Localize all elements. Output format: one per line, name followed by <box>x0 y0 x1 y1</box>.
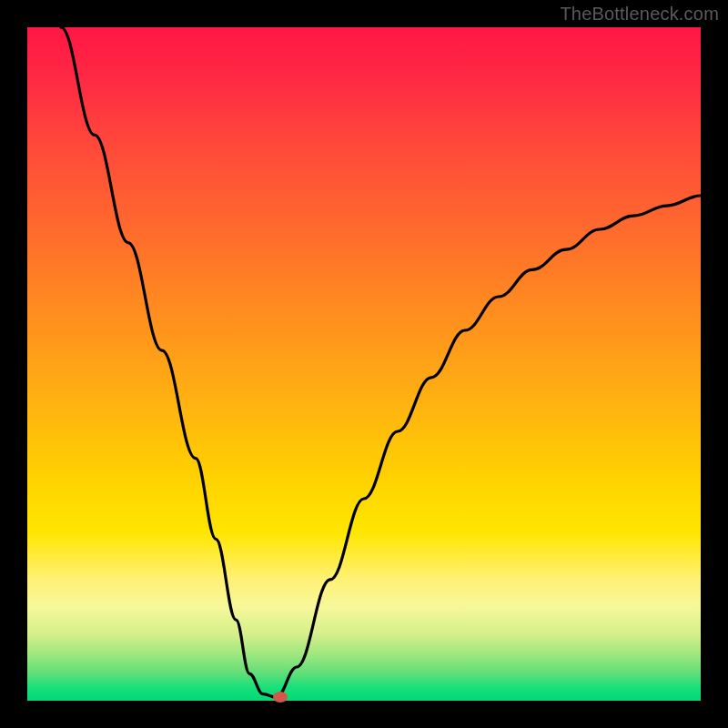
optimal-point-marker <box>273 692 288 703</box>
chart-frame: TheBottleneck.com <box>0 0 728 728</box>
watermark-text: TheBottleneck.com <box>560 4 719 25</box>
bottleneck-curve <box>27 27 701 701</box>
